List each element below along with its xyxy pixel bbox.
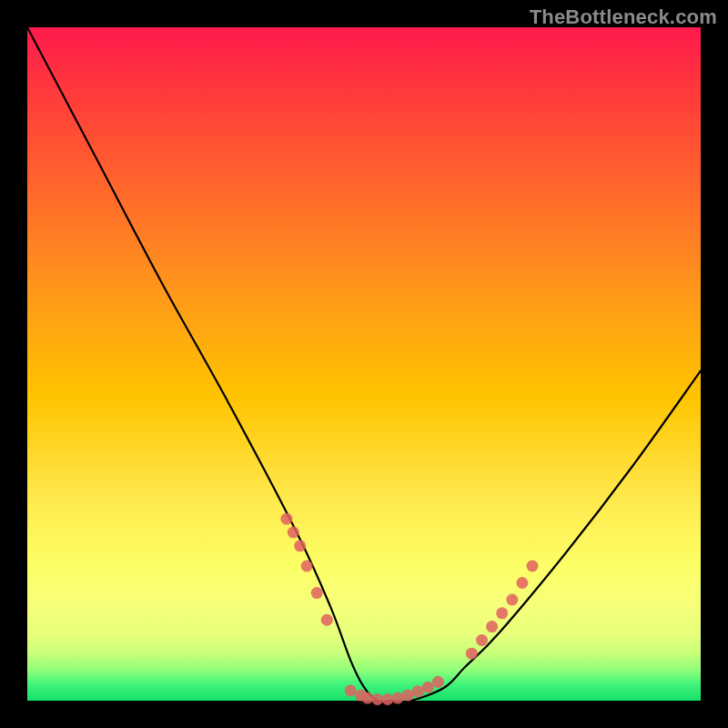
data-point bbox=[288, 527, 299, 539]
data-point bbox=[392, 693, 404, 704]
data-point bbox=[361, 693, 373, 704]
data-point bbox=[301, 561, 313, 572]
data-point bbox=[422, 682, 434, 693]
data-point bbox=[506, 594, 518, 606]
data-point bbox=[466, 648, 478, 660]
data-point bbox=[486, 621, 498, 632]
data-point bbox=[476, 634, 488, 646]
data-point bbox=[371, 693, 383, 705]
data-point bbox=[381, 693, 393, 705]
data-point bbox=[402, 690, 414, 702]
data-point bbox=[280, 513, 292, 525]
chart-frame: TheBottleneck.com bbox=[0, 0, 728, 728]
watermark-label: TheBottleneck.com bbox=[530, 5, 717, 29]
data-point bbox=[432, 676, 444, 688]
data-point bbox=[496, 607, 508, 619]
data-point bbox=[321, 614, 333, 626]
data-point bbox=[294, 540, 306, 551]
data-point bbox=[412, 685, 424, 697]
data-point bbox=[516, 577, 528, 589]
bottleneck-curve bbox=[27, 27, 701, 702]
chart-svg bbox=[27, 27, 701, 701]
data-point bbox=[311, 587, 323, 599]
data-point bbox=[527, 561, 539, 572]
left-cluster-dots bbox=[280, 513, 332, 626]
data-point bbox=[345, 684, 357, 696]
right-cluster-dots bbox=[466, 561, 539, 660]
